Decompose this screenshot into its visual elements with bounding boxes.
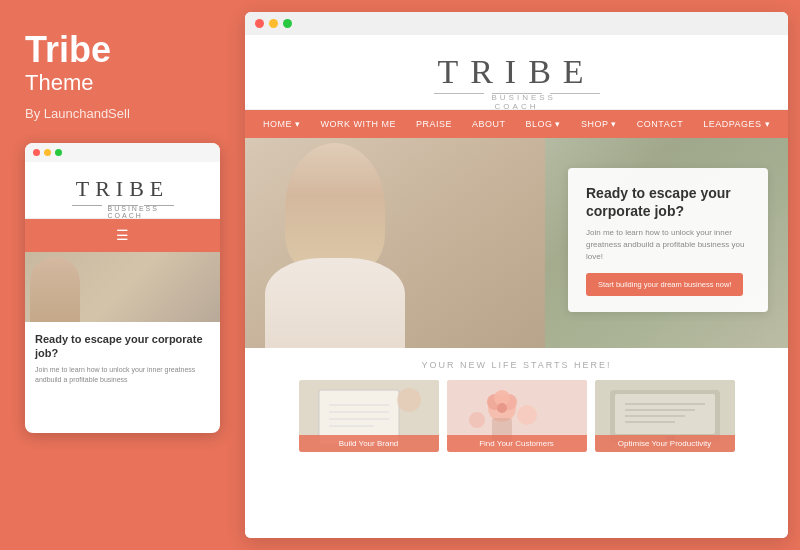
nav-leadpages[interactable]: LEADPAGES ▾ xyxy=(693,110,780,138)
nav-about[interactable]: ABOUT xyxy=(462,110,516,138)
nav-shop[interactable]: SHOP ▾ xyxy=(571,110,627,138)
mobile-hero-content: Ready to escape your corporate job? Join… xyxy=(25,322,220,395)
theme-title: Tribe xyxy=(25,30,220,70)
svg-point-13 xyxy=(517,405,537,425)
mobile-logo-divider: BUSINESS COACH xyxy=(35,205,210,206)
desktop-section: YOUR NEW LIFE STARTS HERE! xyxy=(245,348,788,538)
section-cards: Build Your Brand xyxy=(265,380,768,452)
hero-card-title: Ready to escape your corporate job? xyxy=(586,184,750,220)
svg-point-14 xyxy=(469,412,485,428)
section-card-3: Optimise Your Productivity xyxy=(595,380,735,452)
mobile-dot-yellow xyxy=(44,149,51,156)
section-card-1: Build Your Brand xyxy=(299,380,439,452)
hero-card-text: Join me to learn how to unlock your inne… xyxy=(586,227,750,263)
mobile-logo-area: TRIBE BUSINESS COACH xyxy=(25,162,220,219)
theme-author: By LaunchandSell xyxy=(25,106,220,121)
mobile-hero-person xyxy=(30,257,80,322)
section-subtitle: YOUR NEW LIFE STARTS HERE! xyxy=(265,360,768,370)
desktop-header: TRIBE BUSINESS COACH xyxy=(245,35,788,110)
nav-home[interactable]: HOME ▾ xyxy=(253,110,311,138)
svg-rect-18 xyxy=(615,394,715,434)
desktop-dot-green xyxy=(283,19,292,28)
nav-work[interactable]: WORK WITH ME xyxy=(310,110,406,138)
hero-person-face xyxy=(285,143,385,273)
svg-point-12 xyxy=(497,403,507,413)
svg-point-6 xyxy=(397,388,421,412)
desktop-hero: Ready to escape your corporate job? Join… xyxy=(245,138,788,348)
desktop-logo-tagline: BUSINESS COACH xyxy=(492,93,542,94)
card-label-2: Find Your Customers xyxy=(447,435,587,452)
desktop-nav: HOME ▾ WORK WITH ME PRAISE ABOUT BLOG ▾ … xyxy=(245,110,788,138)
desktop-browser-bar xyxy=(245,12,788,35)
desktop-dot-red xyxy=(255,19,264,28)
desktop-dot-yellow xyxy=(269,19,278,28)
mobile-browser-bar xyxy=(25,143,220,162)
desktop-logo-text: TRIBE xyxy=(265,53,768,91)
hero-person xyxy=(245,138,545,348)
card-label-3: Optimise Your Productivity xyxy=(595,435,735,452)
hero-card: Ready to escape your corporate job? Join… xyxy=(568,168,768,312)
mobile-hamburger-icon[interactable]: ☰ xyxy=(25,219,220,252)
mobile-logo-text: TRIBE xyxy=(35,176,210,202)
desktop-logo-divider: BUSINESS COACH xyxy=(265,93,768,94)
nav-praise[interactable]: PRAISE xyxy=(406,110,462,138)
mobile-logo-tagline: BUSINESS COACH xyxy=(108,205,138,206)
nav-contact[interactable]: CONTACT xyxy=(627,110,693,138)
mobile-hero-image xyxy=(25,252,220,322)
desktop-site: TRIBE BUSINESS COACH HOME ▾ WORK WITH ME… xyxy=(245,35,788,538)
card-label-1: Build Your Brand xyxy=(299,435,439,452)
hero-person-body xyxy=(265,258,405,348)
mobile-dot-red xyxy=(33,149,40,156)
nav-blog[interactable]: BLOG ▾ xyxy=(515,110,571,138)
mobile-dot-green xyxy=(55,149,62,156)
left-panel: Tribe Theme By LaunchandSell TRIBE BUSIN… xyxy=(0,0,245,550)
hero-card-button[interactable]: Start building your dream business now! xyxy=(586,273,743,296)
mobile-hero-text: Join me to learn how to unlock your inne… xyxy=(35,365,210,385)
theme-subtitle: Theme xyxy=(25,70,220,96)
section-card-2: Find Your Customers xyxy=(447,380,587,452)
mobile-hero-title: Ready to escape your corporate job? xyxy=(35,332,210,361)
mobile-preview: TRIBE BUSINESS COACH ☰ Ready to escape y… xyxy=(25,143,220,433)
desktop-preview: TRIBE BUSINESS COACH HOME ▾ WORK WITH ME… xyxy=(245,12,788,538)
